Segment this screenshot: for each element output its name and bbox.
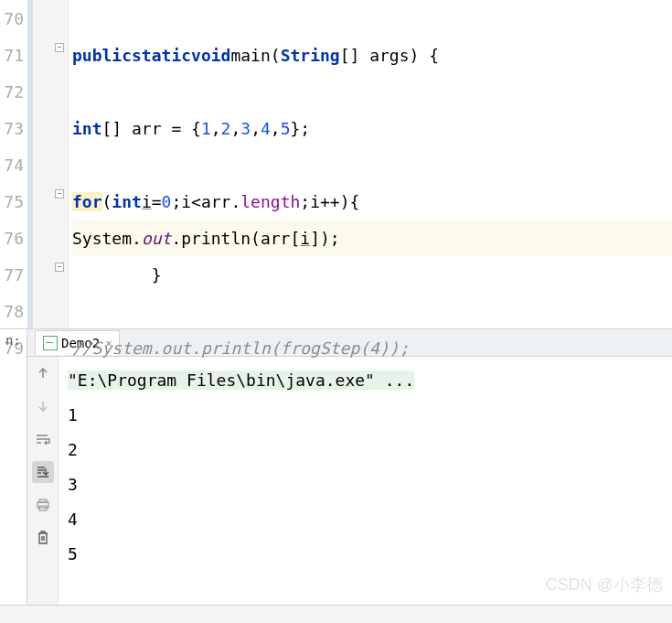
console-line: 1 — [68, 397, 663, 432]
keyword: void — [191, 46, 230, 65]
line-number: 73 — [0, 110, 27, 146]
console-line: 3 — [68, 467, 663, 501]
keyword: static — [132, 46, 191, 65]
code-editor[interactable]: 70 71 72 73 74 75 76 77 78 79 public sta… — [0, 0, 672, 329]
code-line[interactable] — [72, 0, 672, 37]
keyword: for — [72, 192, 102, 211]
property: length — [240, 192, 300, 211]
number: 5 — [281, 119, 291, 138]
field: out — [142, 229, 172, 248]
fold-marker-icon[interactable] — [55, 263, 64, 272]
code-line[interactable] — [72, 293, 672, 329]
code-line[interactable] — [72, 146, 672, 183]
application-icon — [43, 336, 58, 350]
identifier: arr — [261, 229, 291, 248]
number: 1 — [201, 119, 211, 138]
line-number-column: 70 71 72 73 74 75 76 77 78 79 — [0, 0, 27, 328]
console-line: 2 — [68, 432, 663, 467]
down-arrow-icon[interactable] — [32, 395, 54, 417]
fold-marker-icon[interactable] — [55, 43, 64, 52]
identifier: i — [300, 229, 310, 248]
up-arrow-icon[interactable] — [32, 362, 54, 384]
code-line[interactable]: for(int i=0;i<arr.length;i++){ — [72, 183, 672, 220]
code-content[interactable]: public static void main(String[] args) {… — [69, 0, 672, 328]
method: println — [181, 229, 251, 248]
number: 2 — [221, 119, 231, 138]
identifier: arr — [201, 192, 231, 211]
change-marker — [27, 0, 33, 328]
console-line: 5 — [68, 536, 663, 571]
trash-icon[interactable] — [32, 527, 54, 549]
watermark: CSDN @小李德 — [546, 574, 663, 596]
code-line[interactable] — [72, 73, 672, 110]
identifier: main — [230, 46, 270, 65]
keyword: public — [72, 46, 132, 65]
code-line[interactable]: public static void main(String[] args) { — [72, 37, 672, 73]
scroll-to-end-icon[interactable] — [32, 461, 54, 483]
line-number: 72 — [0, 73, 27, 110]
soft-wrap-icon[interactable] — [32, 428, 54, 450]
code-line[interactable]: int[] arr = {1,2,3,4,5}; — [72, 110, 672, 146]
identifier: args — [369, 46, 409, 65]
console-line: 4 — [68, 501, 663, 536]
line-number: 78 — [0, 293, 27, 329]
line-number: 70 — [0, 0, 27, 37]
line-number: 76 — [0, 220, 27, 256]
run-panel-label: n: — [0, 329, 27, 623]
keyword: int — [112, 192, 142, 211]
status-bar[interactable] — [0, 605, 672, 623]
fold-marker-icon[interactable] — [55, 189, 64, 199]
type: String — [281, 46, 340, 65]
code-line[interactable]: } — [72, 256, 672, 293]
number: 0 — [162, 192, 172, 211]
comment: System.out.println(frogStep(4)); — [92, 338, 410, 358]
line-number: 75 — [0, 183, 27, 220]
code-line[interactable]: // System.out.println(frogStep(4)); — [72, 329, 672, 366]
editor-gutter[interactable] — [27, 0, 69, 328]
console-command: "E:\Program Files\bin\java.exe" ... — [68, 371, 414, 390]
line-number: 71 — [0, 37, 27, 73]
number: 4 — [261, 119, 271, 138]
print-icon[interactable] — [32, 494, 54, 516]
code-line[interactable]: System.out.println(arr[i]); — [72, 220, 672, 256]
identifier: arr — [132, 119, 162, 138]
identifier: System — [72, 229, 132, 248]
number: 3 — [240, 119, 251, 138]
keyword: int — [72, 119, 102, 138]
line-number: 74 — [0, 146, 27, 183]
line-number: 77 — [0, 256, 27, 293]
console-toolbar — [27, 357, 59, 623]
identifier: i — [142, 192, 152, 211]
console-command-line: "E:\Program Files\bin\java.exe" ... — [68, 362, 663, 397]
comment: // — [72, 338, 92, 358]
